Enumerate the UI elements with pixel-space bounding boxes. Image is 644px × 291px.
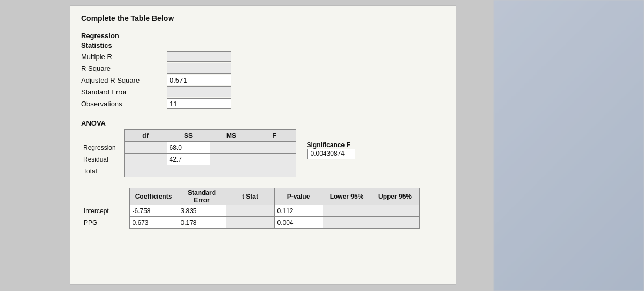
- anova-wrapper: df SS MS F Regression 68.0: [81, 129, 445, 177]
- anova-total-label: Total: [81, 165, 124, 177]
- adj-r-square-value[interactable]: 0.571: [167, 75, 231, 85]
- observations-value[interactable]: 11: [167, 98, 231, 109]
- anova-section: ANOVA df SS MS F Regression: [81, 119, 445, 177]
- anova-row-total: Total: [81, 165, 296, 177]
- anova-regression-label: Regression: [81, 142, 124, 154]
- anova-total-df[interactable]: [124, 165, 167, 177]
- coeff-col-lower-95: Lower 95%: [323, 188, 371, 205]
- anova-col-f: F: [253, 130, 296, 142]
- regression-statistics-section: Regression Statistics Multiple R R Squar…: [81, 31, 445, 110]
- anova-total-f[interactable]: [253, 165, 296, 177]
- anova-table: df SS MS F Regression 68.0: [81, 129, 296, 177]
- coeff-ppg-coeff[interactable]: 0.673: [129, 217, 178, 229]
- coeff-intercept-upper95[interactable]: [371, 205, 419, 217]
- coeff-intercept-coeff[interactable]: -6.758: [129, 205, 178, 217]
- anova-residual-ms[interactable]: [210, 154, 253, 165]
- multiple-r-row: Multiple R: [81, 50, 445, 62]
- anova-col-df: df: [124, 130, 167, 142]
- adj-r-square-label: Adjusted R Square: [81, 76, 167, 84]
- anova-total-ss[interactable]: [167, 165, 210, 177]
- anova-residual-f[interactable]: [253, 154, 296, 165]
- coeff-col-upper-95: Upper 95%: [371, 188, 419, 205]
- coeff-col-p-value: P-value: [274, 188, 323, 205]
- coeff-intercept-lower95[interactable]: [323, 205, 371, 217]
- standard-error-label: Standard Error: [81, 88, 167, 96]
- coeff-row-ppg: PPG 0.673 0.178 0.004: [81, 217, 419, 229]
- coeff-ppg-upper95[interactable]: [371, 217, 419, 229]
- coeff-col-empty: [81, 188, 129, 205]
- coeff-intercept-pvalue[interactable]: 0.112: [274, 205, 323, 217]
- coeff-col-coefficients: Coefficients: [129, 188, 178, 205]
- anova-regression-ms[interactable]: [210, 142, 253, 154]
- background-decoration: [494, 0, 644, 291]
- page-title: Complete the Table Below: [81, 14, 445, 23]
- coeff-ppg-pvalue[interactable]: 0.004: [274, 217, 323, 229]
- adj-r-square-row: Adjusted R Square 0.571: [81, 74, 445, 86]
- anova-row-residual: Residual 42.7: [81, 154, 296, 165]
- coefficients-table: Coefficients StandardError t Stat P-valu…: [81, 188, 420, 229]
- anova-title: ANOVA: [81, 119, 445, 127]
- r-square-row: R Square: [81, 62, 445, 74]
- main-content: Complete the Table Below Regression Stat…: [70, 5, 456, 285]
- coeff-intercept-stderr[interactable]: 3.835: [178, 205, 226, 217]
- coeff-row-intercept: Intercept -6.758 3.835 0.112: [81, 205, 419, 217]
- anova-col-ss: SS: [167, 130, 210, 142]
- coeff-wrapper: Coefficients StandardError t Stat P-valu…: [81, 188, 445, 229]
- r-square-label: R Square: [81, 64, 167, 72]
- observations-label: Observations: [81, 100, 167, 108]
- anova-row-regression: Regression 68.0: [81, 142, 296, 154]
- anova-residual-df[interactable]: [124, 154, 167, 165]
- coeff-col-std-error: StandardError: [178, 188, 226, 205]
- observations-row: Observations 11: [81, 98, 445, 110]
- coeff-intercept-label: Intercept: [81, 205, 129, 217]
- coeff-ppg-tstat[interactable]: [226, 217, 274, 229]
- coeff-intercept-tstat[interactable]: [226, 205, 274, 217]
- anova-regression-df[interactable]: [124, 142, 167, 154]
- coeff-ppg-label: PPG: [81, 217, 129, 229]
- significance-f-label: Significance F: [307, 141, 355, 149]
- regression-section-title: Regression Statistics: [81, 31, 445, 50]
- significance-f-box: Significance F 0.00430874: [307, 141, 355, 159]
- standard-error-row: Standard Error: [81, 86, 445, 98]
- multiple-r-value[interactable]: [167, 51, 231, 62]
- anova-regression-ss[interactable]: 68.0: [167, 142, 210, 154]
- anova-residual-label: Residual: [81, 154, 124, 165]
- anova-col-empty: [81, 130, 124, 142]
- coeff-ppg-lower95[interactable]: [323, 217, 371, 229]
- coeff-ppg-stderr[interactable]: 0.178: [178, 217, 226, 229]
- r-square-value[interactable]: [167, 63, 231, 74]
- multiple-r-label: Multiple R: [81, 53, 167, 61]
- page-container: Complete the Table Below Regression Stat…: [0, 0, 644, 291]
- anova-residual-ss[interactable]: 42.7: [167, 154, 210, 165]
- coefficients-section: Coefficients StandardError t Stat P-valu…: [81, 188, 445, 229]
- anova-col-ms: MS: [210, 130, 253, 142]
- anova-total-ms[interactable]: [210, 165, 253, 177]
- significance-f-value[interactable]: 0.00430874: [307, 149, 355, 159]
- anova-regression-f[interactable]: [253, 142, 296, 154]
- standard-error-value[interactable]: [167, 86, 231, 97]
- coeff-col-t-stat: t Stat: [226, 188, 274, 205]
